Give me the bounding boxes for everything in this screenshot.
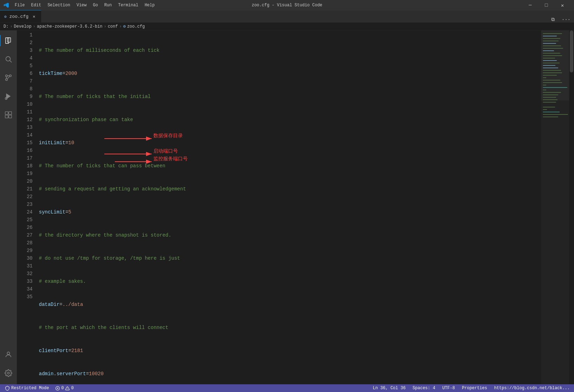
breadcrumb: D: › Develop › apache-zookeeper-3.6.2-bi… <box>0 23 574 30</box>
svg-rect-47 <box>543 87 567 88</box>
language-mode[interactable]: Properties <box>461 384 489 392</box>
activity-source-control-icon[interactable] <box>0 69 17 86</box>
indentation[interactable]: Spaces: 4 <box>411 384 437 392</box>
tab-file-icon: ⚙ <box>4 14 7 19</box>
svg-rect-53 <box>543 102 556 103</box>
tab-label: zoo.cfg <box>9 14 29 19</box>
code-editor[interactable]: # The number of milliseconds of each tic… <box>36 30 541 384</box>
statusbar-right: Ln 36, Col 36 Spaces: 4 UTF-8 Properties… <box>371 384 571 392</box>
activity-run-icon[interactable] <box>0 88 17 105</box>
menu-terminal[interactable]: Terminal <box>115 2 141 8</box>
svg-rect-42 <box>543 75 557 76</box>
vscode-logo-icon <box>4 2 9 8</box>
window-title: zoo.cfg - Visual Studio Code <box>252 3 323 8</box>
cursor-position[interactable]: Ln 36, Col 36 <box>371 384 407 392</box>
menu-file[interactable]: File <box>12 2 28 8</box>
menu-view[interactable]: View <box>74 2 89 8</box>
minimap-content <box>541 30 569 384</box>
svg-rect-46 <box>543 85 546 85</box>
encoding[interactable]: UTF-8 <box>441 384 456 392</box>
svg-point-4 <box>6 79 8 81</box>
warning-count: 0 <box>71 386 74 391</box>
activity-explorer-icon[interactable] <box>0 32 17 49</box>
svg-rect-12 <box>5 115 8 118</box>
code-line-6: # The number of ticks that can pass betw… <box>36 162 541 170</box>
breadcrumb-drive[interactable]: D: <box>4 24 8 29</box>
menu-edit[interactable]: Edit <box>28 2 44 8</box>
svg-rect-51 <box>543 97 556 98</box>
svg-rect-36 <box>543 60 557 61</box>
svg-rect-25 <box>543 33 562 34</box>
statusbar: Restricted Mode 0 0 Ln 36, Col 36 Spaces… <box>0 384 574 392</box>
svg-rect-33 <box>543 53 560 54</box>
svg-rect-34 <box>543 55 562 56</box>
vertical-scrollbar[interactable] <box>569 30 574 384</box>
breadcrumb-file[interactable]: zoo.cfg <box>127 24 145 29</box>
code-line-5: initLimit=10 <box>36 139 541 147</box>
position-text: Ln 36, Col 36 <box>373 386 406 391</box>
svg-rect-27 <box>543 38 560 39</box>
scrollbar-thumb[interactable] <box>570 30 573 72</box>
svg-rect-52 <box>543 99 558 100</box>
error-icon <box>55 386 60 391</box>
breadcrumb-zookeeper[interactable]: apache-zookeeper-3.6.2-bin <box>37 24 102 29</box>
svg-rect-49 <box>543 92 561 93</box>
breadcrumb-develop[interactable]: Develop <box>14 24 32 29</box>
svg-rect-29 <box>543 43 556 44</box>
url-hint[interactable]: https://blog.csdn.net/black... <box>493 384 571 392</box>
activity-settings-icon[interactable] <box>0 365 17 382</box>
code-container[interactable]: 12345 678910 1112131415 1617181920 21222… <box>17 30 541 384</box>
tabbar: ⚙ zoo.cfg ✕ ⧉ ··· <box>0 10 574 23</box>
svg-rect-35 <box>543 58 555 58</box>
titlebar-menu: File Edit Selection View Go Run Terminal… <box>12 2 158 8</box>
menu-run[interactable]: Run <box>102 2 115 8</box>
code-line-13: # the port at which the clients will con… <box>36 324 541 331</box>
minimize-button[interactable]: ─ <box>522 0 538 10</box>
main-layout: 12345 678910 1112131415 1617181920 21222… <box>0 30 574 384</box>
activity-account-icon[interactable] <box>0 346 17 363</box>
breadcrumb-conf[interactable]: conf <box>108 24 118 29</box>
shield-icon <box>5 386 10 391</box>
code-line-7: # sending a request and getting an ackno… <box>36 185 541 193</box>
svg-point-2 <box>6 57 11 61</box>
errors-indicator[interactable]: 0 0 <box>54 384 75 392</box>
line-numbers: 12345 678910 1112131415 1617181920 21222… <box>17 30 36 384</box>
svg-rect-43 <box>543 77 546 78</box>
code-line-14: clientPort=2181 <box>36 347 541 355</box>
titlebar-left: File Edit Selection View Go Run Terminal… <box>4 2 158 8</box>
activity-extensions-icon[interactable] <box>0 106 17 123</box>
activity-bottom <box>0 346 17 384</box>
svg-rect-10 <box>5 112 8 114</box>
svg-rect-26 <box>543 36 557 36</box>
menu-selection[interactable]: Selection <box>45 2 73 8</box>
maximize-button[interactable]: □ <box>538 0 554 10</box>
warning-icon <box>65 386 70 391</box>
code-line-11: # example sakes. <box>36 278 541 285</box>
code-line-8: syncLimit=5 <box>36 208 541 216</box>
svg-rect-50 <box>543 94 558 95</box>
svg-rect-56 <box>543 112 560 112</box>
code-line-9: # the directory where the snapshot is st… <box>36 231 541 239</box>
error-count: 0 <box>61 386 64 391</box>
tab-zoo-cfg[interactable]: ⚙ zoo.cfg ✕ <box>0 10 41 22</box>
svg-point-15 <box>7 372 9 374</box>
encoding-text: UTF-8 <box>442 386 455 391</box>
tab-close-button[interactable]: ✕ <box>31 14 37 19</box>
menu-help[interactable]: Help <box>142 2 158 8</box>
svg-rect-11 <box>9 112 12 114</box>
restricted-mode-indicator[interactable]: Restricted Mode <box>3 384 51 392</box>
activity-search-icon[interactable] <box>0 51 17 68</box>
svg-rect-39 <box>543 68 558 68</box>
svg-rect-28 <box>543 41 559 41</box>
svg-rect-13 <box>9 115 12 118</box>
svg-rect-48 <box>543 90 546 90</box>
menu-go[interactable]: Go <box>90 2 101 8</box>
split-editor-icon[interactable]: ⧉ <box>548 17 558 22</box>
close-button[interactable]: ✕ <box>554 0 570 10</box>
statusbar-left: Restricted Mode 0 0 <box>3 384 75 392</box>
svg-rect-41 <box>543 72 562 73</box>
svg-point-6 <box>6 75 8 77</box>
more-actions-icon[interactable]: ··· <box>558 17 574 22</box>
titlebar-controls: ─ □ ✕ <box>522 0 570 10</box>
svg-point-14 <box>7 352 9 355</box>
